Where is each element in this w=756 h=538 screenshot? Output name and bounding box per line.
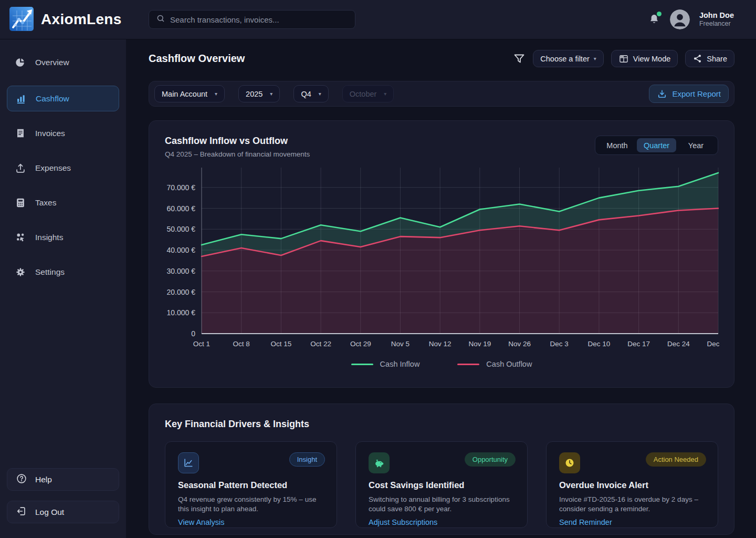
y-tick-label: 40.000 € <box>167 246 196 254</box>
account-select-value: Main Account <box>162 90 207 98</box>
chart-svg: 010.000 €20.000 €30.000 €40.000 €50.000 … <box>165 165 719 350</box>
notification-dot <box>657 12 662 16</box>
invoice-icon <box>14 127 27 140</box>
insight-card-cost-savings: Opportunity Cost Savings Identified Swit… <box>355 441 528 528</box>
logout-icon <box>16 505 27 519</box>
y-tick-label: 0 <box>191 329 195 338</box>
top-bar: AxiomLens John Doe Freelancer <box>0 0 756 39</box>
status-badge: Insight <box>289 452 325 467</box>
export-report-label: Export Report <box>672 89 721 98</box>
brand: AxiomLens <box>0 4 149 35</box>
insight-card-title: Seasonal Pattern Detected <box>178 480 324 490</box>
calculator-icon <box>14 196 27 209</box>
x-tick-label: Dec 3 <box>550 340 569 348</box>
logout-button[interactable]: Log Out <box>7 501 119 523</box>
quarter-select[interactable]: Q4 ▾ <box>293 85 328 102</box>
sidebar-item-cashflow[interactable]: Cashflow <box>7 86 119 111</box>
y-tick-label: 60.000 € <box>167 204 196 213</box>
sidebar-item-invoices[interactable]: Invoices <box>7 122 119 145</box>
insight-card-body: Invoice #TD-2025-16 is overdue by 2 days… <box>559 495 705 513</box>
search-input[interactable] <box>170 15 348 24</box>
tab-month[interactable]: Month <box>597 138 637 152</box>
x-tick-label: Nov 12 <box>429 340 452 348</box>
x-tick-label: Oct 15 <box>270 340 291 348</box>
insight-card-overdue-invoice: Action Needed Overdue Invoice Alert Invo… <box>546 441 718 528</box>
global-search[interactable] <box>149 10 355 29</box>
insight-card-seasonal-pattern: Insight Seasonal Pattern Detected Q4 rev… <box>165 441 337 528</box>
filter-dropdown[interactable]: Choose a filter ▾ <box>533 50 604 67</box>
sidebar-item-label: Settings <box>35 267 65 277</box>
insights-icon <box>14 231 27 244</box>
insights-title: Key Financial Drivers & Insights <box>165 419 718 430</box>
y-tick-label: 30.000 € <box>167 267 196 275</box>
piggy-bank-icon <box>369 452 390 473</box>
sidebar-item-insights[interactable]: Insights <box>7 226 119 249</box>
x-tick-label: Nov 5 <box>391 340 410 348</box>
y-tick-label: 70.000 € <box>167 183 196 192</box>
range-toggle: Month Quarter Year <box>595 136 718 155</box>
download-icon <box>657 89 667 99</box>
cashflow-chart-card: Cashflow Inflow vs Outflow Q4 2025 – Bre… <box>149 120 734 388</box>
notifications-button[interactable] <box>648 13 660 26</box>
status-badge: Action Needed <box>646 452 706 467</box>
chevron-down-icon: ▾ <box>594 56 596 61</box>
help-label: Help <box>35 475 52 484</box>
logout-label: Log Out <box>35 508 64 517</box>
sidebar-item-label: Overview <box>35 58 69 67</box>
x-tick-label: Oct 29 <box>350 340 371 348</box>
filter-dropdown-label: Choose a filter <box>540 55 590 63</box>
adjust-subscriptions-link[interactable]: Adjust Subscriptions <box>369 518 514 526</box>
legend-cash-inflow: Cash Inflow <box>351 360 420 368</box>
x-tick-label: Dec 10 <box>588 340 611 348</box>
share-icon <box>692 54 702 64</box>
x-tick-label: Dec 17 <box>627 340 650 348</box>
cashflow-chart: 010.000 €20.000 €30.000 €40.000 €50.000 … <box>165 165 718 353</box>
chart-line-icon <box>178 452 199 473</box>
chart-subtitle: Q4 2025 – Breakdown of financial movemen… <box>165 150 310 158</box>
insight-card-body: Switching to annual billing for 3 subscr… <box>369 495 514 513</box>
share-button[interactable]: Share <box>685 50 734 67</box>
view-mode-icon <box>618 54 629 64</box>
view-analysis-link[interactable]: View Analysis <box>178 518 324 526</box>
export-report-button[interactable]: Export Report <box>649 85 729 103</box>
status-badge: Opportunity <box>465 452 516 467</box>
chevron-down-icon: ▾ <box>270 91 272 97</box>
insight-card-title: Overdue Invoice Alert <box>559 480 705 490</box>
inflow-swatch <box>351 364 373 365</box>
sidebar-item-settings[interactable]: Settings <box>7 261 119 284</box>
insights-section: Key Financial Drivers & Insights Insight… <box>149 404 734 535</box>
sidebar-item-overview[interactable]: Overview <box>7 51 119 74</box>
app-title: AxiomLens <box>41 11 122 28</box>
y-tick-label: 20.000 € <box>167 288 196 296</box>
year-select[interactable]: 2025 ▾ <box>238 85 280 102</box>
main-content: Cashflow Overview Choose a filter ▾ <box>126 39 756 538</box>
sidebar-item-label: Taxes <box>35 198 57 208</box>
user-name: John Doe <box>699 11 734 20</box>
tab-year[interactable]: Year <box>676 138 716 152</box>
page-title: Cashflow Overview <box>149 53 245 65</box>
sidebar: Overview Cashflow Invoices <box>0 39 126 538</box>
filter-funnel-icon[interactable] <box>513 53 526 65</box>
share-label: Share <box>707 55 727 63</box>
insight-card-title: Cost Savings Identified <box>369 480 514 490</box>
year-select-value: 2025 <box>246 90 262 98</box>
sidebar-item-taxes[interactable]: Taxes <box>7 191 119 214</box>
user-info: John Doe Freelancer <box>699 11 734 28</box>
x-tick-label: Dec 24 <box>667 340 690 348</box>
sidebar-item-expenses[interactable]: Expenses <box>7 157 119 180</box>
view-mode-button[interactable]: View Mode <box>611 50 678 67</box>
send-reminder-link[interactable]: Send Reminder <box>559 518 705 526</box>
help-button[interactable]: Help <box>7 468 119 491</box>
x-tick-label: Oct 22 <box>310 340 331 348</box>
filter-bar: Main Account ▾ 2025 ▾ Q4 ▾ October ▾ Exp… <box>149 81 734 107</box>
legend-label: Cash Inflow <box>380 360 420 368</box>
app-logo-icon <box>8 4 36 35</box>
bar-chart-icon <box>15 92 27 105</box>
outflow-swatch <box>457 364 479 365</box>
tab-quarter[interactable]: Quarter <box>637 138 676 152</box>
month-select-value: October <box>350 90 377 98</box>
chart-title: Cashflow Inflow vs Outflow <box>165 136 310 147</box>
account-select[interactable]: Main Account ▾ <box>154 85 225 102</box>
upload-icon <box>14 162 27 174</box>
avatar[interactable] <box>670 9 690 29</box>
